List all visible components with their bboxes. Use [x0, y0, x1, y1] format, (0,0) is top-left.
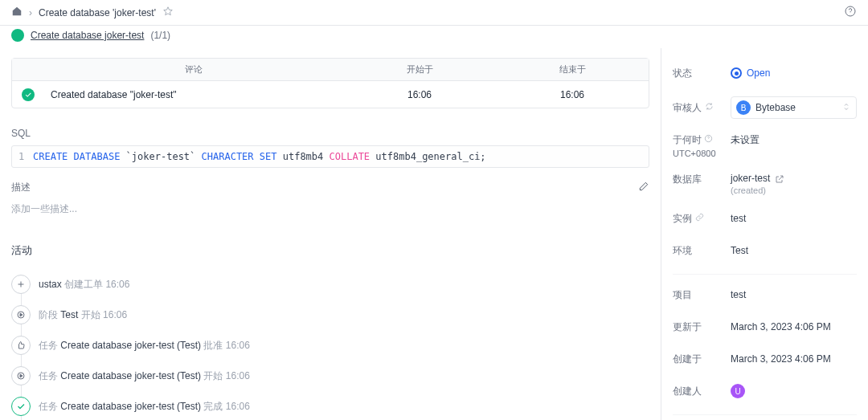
description-label: 描述 [11, 181, 31, 194]
created-label: 创建于 [673, 353, 731, 366]
stage-count: (1/1) [150, 30, 170, 41]
activity-text: 阶段 Test 开始 16:06 [39, 308, 127, 322]
breadcrumb-title: Create database 'joker-test' [39, 7, 156, 18]
activity-text: 任务 Create database joker-test (Test) 批准 … [39, 339, 250, 353]
line-number: 1 [18, 151, 33, 162]
task-row[interactable]: Created database "joker-test" 16:06 16:0… [12, 80, 649, 108]
environment-value[interactable]: Test [731, 245, 857, 256]
activity-heading: 活动 [11, 243, 649, 258]
plus-icon [11, 275, 31, 294]
activity-item: 任务 Create database joker-test (Test) 开始 … [11, 361, 649, 391]
sql-kw-create: CREATE DATABASE [33, 151, 120, 162]
thumb-icon [11, 336, 31, 355]
link-icon [695, 213, 704, 224]
play-icon [11, 366, 31, 385]
updated-label: 更新于 [673, 320, 731, 334]
star-icon[interactable] [162, 6, 174, 19]
status-badge: Open [731, 67, 857, 79]
external-link-icon[interactable] [773, 173, 784, 184]
when-label: 于何时 [673, 134, 702, 145]
environment-label: 环境 [673, 244, 731, 258]
refresh-icon[interactable] [705, 102, 714, 113]
database-label: 数据库 [673, 173, 731, 186]
sql-label: SQL [11, 128, 649, 139]
sql-kw-charset: CHARACTER SET [202, 151, 277, 162]
sql-box[interactable]: 1 CREATE DATABASE `joker-test` CHARACTER… [11, 145, 649, 168]
th-start: 开始于 [343, 59, 496, 80]
open-dot-icon [731, 67, 742, 79]
activity-item: ustax 创建工单 16:06 [11, 269, 649, 300]
edit-icon[interactable] [638, 181, 649, 194]
created-value: March 3, 2023 4:06 PM [731, 353, 857, 365]
task-start: 16:06 [343, 84, 496, 105]
activity-text: 任务 Create database joker-test (Test) 完成 … [39, 400, 250, 414]
check-circle-icon [22, 88, 35, 101]
task-comment: Created database "joker-test" [44, 84, 343, 105]
sql-collate: utf8mb4_general_ci; [375, 151, 485, 162]
database-name[interactable]: joker-test [731, 173, 770, 184]
activity-text: 任务 Create database joker-test (Test) 开始 … [39, 369, 250, 383]
play-icon [11, 305, 31, 324]
project-label: 项目 [673, 288, 731, 302]
creator-label: 创建人 [673, 385, 731, 398]
activity-item: 任务 Create database joker-test (Test) 完成 … [11, 391, 649, 420]
when-tz: UTC+0800 [673, 149, 731, 158]
project-value[interactable]: test [731, 289, 857, 300]
th-comment: 评论 [44, 59, 343, 80]
task-table: 评论 开始于 结束于 Created database "joker-test"… [11, 58, 649, 108]
task-end: 16:06 [496, 84, 649, 105]
instance-label: 实例 [673, 212, 692, 226]
stage-status-icon [11, 29, 24, 42]
sql-kw-collate: COLLATE [330, 151, 371, 162]
activity-text: ustax 创建工单 16:06 [39, 278, 129, 292]
updated-value: March 3, 2023 4:06 PM [731, 321, 857, 332]
chevron-updown-icon [841, 102, 851, 114]
check-icon [11, 397, 31, 416]
reviewer-avatar: B [736, 100, 751, 115]
creator-avatar: U [731, 384, 745, 398]
question-icon[interactable] [704, 134, 713, 145]
activity-timeline: ustax 创建工单 16:06阶段 Test 开始 16:06任务 Creat… [11, 269, 649, 420]
when-value: 未设置 [731, 133, 857, 147]
stage-link[interactable]: Create database joker-test [31, 30, 144, 41]
reviewer-name: Bytebase [755, 102, 796, 113]
help-icon[interactable] [844, 5, 857, 20]
sql-charset: utf8mb4 [283, 151, 324, 162]
status-value: Open [747, 67, 770, 79]
activity-item: 阶段 Test 开始 16:06 [11, 300, 649, 330]
activity-item: 任务 Create database joker-test (Test) 批准 … [11, 330, 649, 361]
database-status: (created) [731, 186, 857, 195]
reviewer-label: 审核人 [673, 101, 702, 115]
reviewer-select[interactable]: B Bytebase [731, 96, 857, 119]
th-end: 结束于 [496, 59, 649, 80]
breadcrumb-separator: › [29, 7, 32, 18]
status-label: 状态 [673, 67, 731, 80]
sql-dbname: `joker-test` [126, 151, 196, 162]
description-placeholder[interactable]: 添加一些描述... [11, 202, 649, 216]
home-icon[interactable] [11, 6, 23, 19]
instance-value[interactable]: test [731, 213, 857, 224]
